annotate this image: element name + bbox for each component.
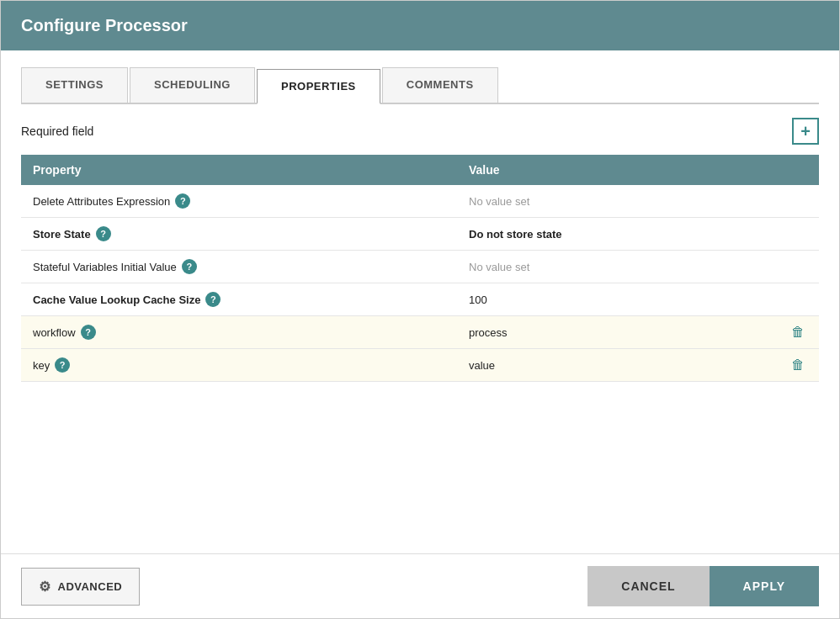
dialog-footer: ⚙ ADVANCED CANCEL APPLY <box>1 553 839 618</box>
tab-comments[interactable]: COMMENTS <box>382 67 498 103</box>
cancel-button[interactable]: CANCEL <box>587 566 709 606</box>
property-name: workflow <box>33 326 76 339</box>
delete-icon[interactable]: 🗑 <box>791 325 805 339</box>
property-value: No value set <box>469 195 529 208</box>
required-field-label: Required field <box>21 124 93 138</box>
tab-properties[interactable]: PROPERTIES <box>257 69 380 104</box>
table-row[interactable]: key?value🗑 <box>21 349 819 382</box>
dialog-body: SETTINGS SCHEDULING PROPERTIES COMMENTS … <box>1 50 839 553</box>
property-value: 100 <box>469 294 487 306</box>
dialog-header: Configure Processor <box>1 1 839 50</box>
apply-button[interactable]: APPLY <box>710 566 819 606</box>
gear-icon: ⚙ <box>39 579 51 595</box>
add-property-button[interactable]: + <box>792 118 819 145</box>
delete-icon[interactable]: 🗑 <box>791 357 805 372</box>
column-action <box>777 155 819 185</box>
help-icon[interactable]: ? <box>182 259 197 274</box>
property-name: Store State <box>33 228 91 241</box>
table-row[interactable]: Stateful Variables Initial Value?No valu… <box>21 251 819 283</box>
advanced-label: ADVANCED <box>58 580 123 593</box>
properties-table: Property Value Delete Attributes Express… <box>21 155 819 382</box>
help-icon[interactable]: ? <box>96 226 111 241</box>
tab-scheduling[interactable]: SCHEDULING <box>130 67 255 103</box>
help-icon[interactable]: ? <box>205 292 221 307</box>
table-row[interactable]: workflow?process🗑 <box>21 316 819 349</box>
property-name: Delete Attributes Expression <box>33 195 170 208</box>
property-value: No value set <box>469 261 529 273</box>
property-value: Do not store state <box>469 228 562 241</box>
column-property: Property <box>21 155 457 185</box>
table-row[interactable]: Store State?Do not store state <box>21 218 819 251</box>
footer-right-buttons: CANCEL APPLY <box>587 566 819 606</box>
property-name: key <box>33 359 50 372</box>
dialog-title: Configure Processor <box>21 16 188 34</box>
required-field-row: Required field + <box>21 118 819 145</box>
tab-settings[interactable]: SETTINGS <box>21 67 128 103</box>
help-icon[interactable]: ? <box>55 357 70 373</box>
property-value: value <box>469 359 495 372</box>
table-row[interactable]: Delete Attributes Expression?No value se… <box>21 185 819 218</box>
tab-bar: SETTINGS SCHEDULING PROPERTIES COMMENTS <box>21 67 819 104</box>
table-row[interactable]: Cache Value Lookup Cache Size?100 <box>21 283 819 316</box>
property-value: process <box>469 326 508 339</box>
column-value: Value <box>457 155 777 185</box>
advanced-button[interactable]: ⚙ ADVANCED <box>21 568 140 606</box>
help-icon[interactable]: ? <box>175 193 190 209</box>
property-name: Stateful Variables Initial Value <box>33 261 177 273</box>
table-header-row: Property Value <box>21 155 819 185</box>
configure-processor-dialog: Configure Processor SETTINGS SCHEDULING … <box>0 0 840 619</box>
property-name: Cache Value Lookup Cache Size <box>33 294 200 306</box>
help-icon[interactable]: ? <box>81 325 96 340</box>
